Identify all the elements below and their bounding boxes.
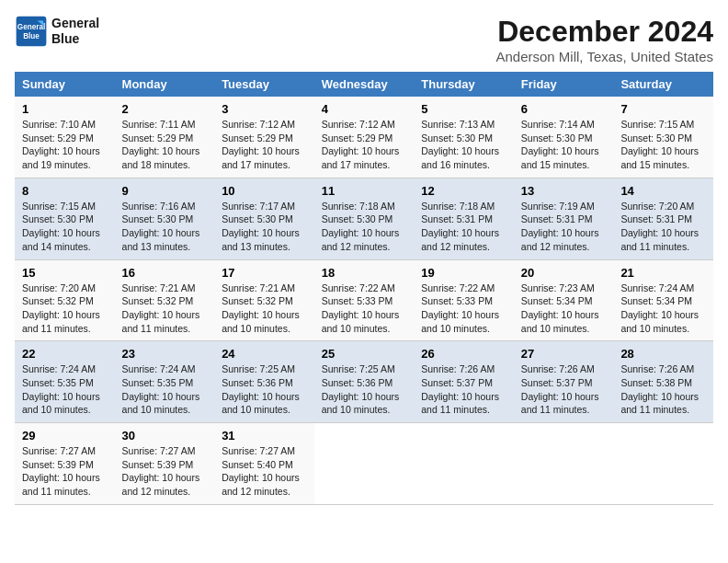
title-area: December 2024 Anderson Mill, Texas, Unit… xyxy=(495,15,713,64)
day-info: Sunrise: 7:20 AMSunset: 5:31 PMDaylight:… xyxy=(620,201,699,252)
calendar-cell: 23 Sunrise: 7:24 AMSunset: 5:35 PMDaylig… xyxy=(115,341,215,423)
week-row: 8 Sunrise: 7:15 AMSunset: 5:30 PMDayligh… xyxy=(15,178,713,259)
day-number: 31 xyxy=(222,429,307,442)
day-number: 21 xyxy=(620,266,706,280)
day-info: Sunrise: 7:10 AMSunset: 5:29 PMDaylight:… xyxy=(22,119,100,170)
calendar-cell: 12 Sunrise: 7:18 AMSunset: 5:31 PMDaylig… xyxy=(414,178,514,259)
day-info: Sunrise: 7:16 AMSunset: 5:30 PMDaylight:… xyxy=(122,201,200,252)
calendar-cell: 20 Sunrise: 7:23 AMSunset: 5:34 PMDaylig… xyxy=(514,259,614,341)
day-number: 15 xyxy=(22,266,108,280)
day-info: Sunrise: 7:13 AMSunset: 5:30 PMDaylight:… xyxy=(421,119,499,170)
week-row: 1 Sunrise: 7:10 AMSunset: 5:29 PMDayligh… xyxy=(15,97,713,178)
day-number: 29 xyxy=(22,429,108,442)
day-number: 16 xyxy=(122,266,208,280)
calendar-cell: 1 Sunrise: 7:10 AMSunset: 5:29 PMDayligh… xyxy=(15,97,115,178)
week-row: 29 Sunrise: 7:27 AMSunset: 5:39 PMDaylig… xyxy=(15,423,713,505)
day-number: 6 xyxy=(521,102,607,116)
svg-text:Blue: Blue xyxy=(23,32,40,40)
calendar-cell: 31 Sunrise: 7:27 AMSunset: 5:40 PMDaylig… xyxy=(214,423,314,505)
day-number: 1 xyxy=(22,102,108,116)
calendar-cell: 29 Sunrise: 7:27 AMSunset: 5:39 PMDaylig… xyxy=(15,423,115,505)
day-number: 18 xyxy=(322,266,407,280)
calendar-cell: 3 Sunrise: 7:12 AMSunset: 5:29 PMDayligh… xyxy=(214,97,314,178)
day-number: 12 xyxy=(421,184,506,198)
calendar-cell xyxy=(514,423,614,505)
day-info: Sunrise: 7:27 AMSunset: 5:40 PMDaylight:… xyxy=(222,445,300,497)
day-number: 3 xyxy=(222,102,307,116)
calendar-cell xyxy=(613,423,713,505)
calendar-cell: 24 Sunrise: 7:25 AMSunset: 5:36 PMDaylig… xyxy=(214,341,314,423)
day-number: 10 xyxy=(222,184,307,198)
calendar-cell: 14 Sunrise: 7:20 AMSunset: 5:31 PMDaylig… xyxy=(613,178,713,259)
calendar-cell: 22 Sunrise: 7:24 AMSunset: 5:35 PMDaylig… xyxy=(15,341,115,423)
calendar-cell: 21 Sunrise: 7:24 AMSunset: 5:34 PMDaylig… xyxy=(613,259,713,341)
calendar-cell: 7 Sunrise: 7:15 AMSunset: 5:30 PMDayligh… xyxy=(613,97,713,178)
day-info: Sunrise: 7:15 AMSunset: 5:30 PMDaylight:… xyxy=(22,201,100,252)
day-info: Sunrise: 7:27 AMSunset: 5:39 PMDaylight:… xyxy=(122,445,200,497)
day-info: Sunrise: 7:18 AMSunset: 5:31 PMDaylight:… xyxy=(421,201,499,252)
calendar-cell: 15 Sunrise: 7:20 AMSunset: 5:32 PMDaylig… xyxy=(15,259,115,341)
calendar-cell: 9 Sunrise: 7:16 AMSunset: 5:30 PMDayligh… xyxy=(115,178,215,259)
day-number: 25 xyxy=(322,347,407,361)
calendar-cell: 16 Sunrise: 7:21 AMSunset: 5:32 PMDaylig… xyxy=(115,259,215,341)
calendar-cell xyxy=(414,423,514,505)
day-info: Sunrise: 7:25 AMSunset: 5:36 PMDaylight:… xyxy=(322,363,400,415)
calendar-cell: 10 Sunrise: 7:17 AMSunset: 5:30 PMDaylig… xyxy=(214,178,314,259)
calendar-cell: 26 Sunrise: 7:26 AMSunset: 5:37 PMDaylig… xyxy=(414,341,514,423)
svg-text:General: General xyxy=(17,23,45,31)
logo: General Blue General Blue xyxy=(15,15,99,48)
day-info: Sunrise: 7:11 AMSunset: 5:29 PMDaylight:… xyxy=(122,119,200,170)
day-number: 8 xyxy=(22,184,108,198)
logo-text-line1: General xyxy=(51,16,99,31)
calendar-cell: 13 Sunrise: 7:19 AMSunset: 5:31 PMDaylig… xyxy=(514,178,614,259)
day-info: Sunrise: 7:15 AMSunset: 5:30 PMDaylight:… xyxy=(620,119,699,170)
col-tuesday: Tuesday xyxy=(214,72,314,97)
day-info: Sunrise: 7:23 AMSunset: 5:34 PMDaylight:… xyxy=(521,282,599,334)
day-info: Sunrise: 7:24 AMSunset: 5:35 PMDaylight:… xyxy=(22,363,100,415)
day-info: Sunrise: 7:22 AMSunset: 5:33 PMDaylight:… xyxy=(421,282,499,334)
logo-text-line2: Blue xyxy=(51,31,99,47)
logo-icon: General Blue xyxy=(15,15,48,48)
col-thursday: Thursday xyxy=(414,72,514,97)
day-number: 17 xyxy=(222,266,307,280)
calendar-cell: 18 Sunrise: 7:22 AMSunset: 5:33 PMDaylig… xyxy=(314,259,415,341)
col-monday: Monday xyxy=(115,72,215,97)
calendar-cell: 30 Sunrise: 7:27 AMSunset: 5:39 PMDaylig… xyxy=(115,423,215,505)
day-info: Sunrise: 7:21 AMSunset: 5:32 PMDaylight:… xyxy=(222,282,300,334)
day-info: Sunrise: 7:12 AMSunset: 5:29 PMDaylight:… xyxy=(222,119,300,170)
week-row: 15 Sunrise: 7:20 AMSunset: 5:32 PMDaylig… xyxy=(15,259,713,341)
week-row: 22 Sunrise: 7:24 AMSunset: 5:35 PMDaylig… xyxy=(15,341,713,423)
day-number: 13 xyxy=(521,184,607,198)
day-info: Sunrise: 7:26 AMSunset: 5:37 PMDaylight:… xyxy=(421,363,499,415)
calendar-cell: 2 Sunrise: 7:11 AMSunset: 5:29 PMDayligh… xyxy=(115,97,215,178)
calendar-cell: 17 Sunrise: 7:21 AMSunset: 5:32 PMDaylig… xyxy=(214,259,314,341)
day-number: 20 xyxy=(521,266,607,280)
calendar-cell: 8 Sunrise: 7:15 AMSunset: 5:30 PMDayligh… xyxy=(15,178,115,259)
day-number: 27 xyxy=(521,347,607,361)
day-number: 11 xyxy=(322,184,407,198)
day-number: 28 xyxy=(620,347,706,361)
calendar-cell: 5 Sunrise: 7:13 AMSunset: 5:30 PMDayligh… xyxy=(414,97,514,178)
day-info: Sunrise: 7:25 AMSunset: 5:36 PMDaylight:… xyxy=(222,363,300,415)
col-wednesday: Wednesday xyxy=(314,72,415,97)
day-number: 24 xyxy=(222,347,307,361)
day-number: 22 xyxy=(22,347,108,361)
day-info: Sunrise: 7:21 AMSunset: 5:32 PMDaylight:… xyxy=(122,282,200,334)
calendar-cell: 19 Sunrise: 7:22 AMSunset: 5:33 PMDaylig… xyxy=(414,259,514,341)
day-info: Sunrise: 7:27 AMSunset: 5:39 PMDaylight:… xyxy=(22,445,100,497)
month-title: December 2024 xyxy=(495,15,713,49)
calendar-cell: 28 Sunrise: 7:26 AMSunset: 5:38 PMDaylig… xyxy=(613,341,713,423)
page-header: General Blue General Blue December 2024 … xyxy=(15,15,713,64)
col-friday: Friday xyxy=(514,72,614,97)
calendar-cell xyxy=(314,423,415,505)
day-number: 23 xyxy=(122,347,208,361)
calendar-table: Sunday Monday Tuesday Wednesday Thursday… xyxy=(15,72,713,505)
day-number: 4 xyxy=(322,102,407,116)
col-saturday: Saturday xyxy=(613,72,713,97)
location-title: Anderson Mill, Texas, United States xyxy=(495,49,713,64)
day-info: Sunrise: 7:24 AMSunset: 5:35 PMDaylight:… xyxy=(122,363,200,415)
calendar-cell: 25 Sunrise: 7:25 AMSunset: 5:36 PMDaylig… xyxy=(314,341,415,423)
day-info: Sunrise: 7:26 AMSunset: 5:38 PMDaylight:… xyxy=(620,363,699,415)
day-info: Sunrise: 7:14 AMSunset: 5:30 PMDaylight:… xyxy=(521,119,599,170)
day-info: Sunrise: 7:12 AMSunset: 5:29 PMDaylight:… xyxy=(322,119,400,170)
